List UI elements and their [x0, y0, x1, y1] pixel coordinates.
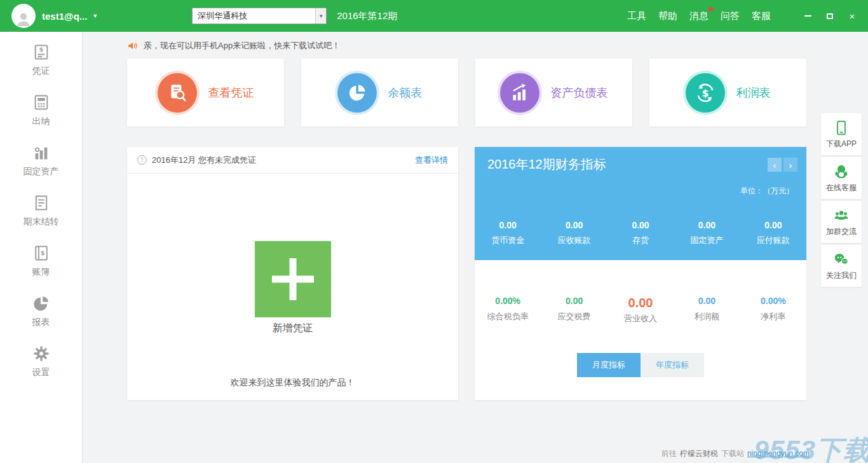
balance-table-card[interactable]: 余额表: [301, 59, 458, 127]
join-group-button[interactable]: 加群交流: [821, 201, 862, 243]
reports-icon: [32, 294, 50, 312]
view-vouchers-card[interactable]: 查看凭证: [127, 59, 284, 127]
view-vouchers-icon: [158, 73, 197, 113]
sidebar-item-reports[interactable]: 报表: [32, 294, 50, 328]
finance-panel-title: 2016年12期财务指标: [487, 156, 606, 173]
group-icon: [833, 207, 850, 224]
indicator-tabs: 月度指标 年度指标: [475, 353, 806, 377]
blue-stats-row: 0.00货币资金 0.00应收账款 0.00存货 0.00固定资产 0.00应付…: [475, 220, 806, 246]
menu-qa[interactable]: 问答: [721, 10, 740, 22]
period-end-icon: [32, 194, 50, 212]
ledger-icon: $: [32, 244, 50, 262]
stat-monetary-funds: 0.00货币资金: [475, 220, 541, 246]
view-details-link[interactable]: 查看详情: [415, 155, 448, 166]
side-tools: 下载APP 在线客服 加群交流 关注我们: [821, 113, 862, 289]
tab-annual-indicators[interactable]: 年度指标: [641, 353, 704, 377]
sidebar: $ 凭证 出纳 固定资产 期末结转 $ 账簿 报表: [0, 32, 83, 463]
avatar[interactable]: [11, 4, 36, 28]
svg-text:$: $: [41, 249, 44, 256]
maximize-button[interactable]: [823, 10, 837, 22]
footer-prefix: 前往: [661, 448, 677, 459]
svg-text:$: $: [702, 86, 709, 99]
sidebar-label: 设置: [32, 367, 50, 378]
stat-tax-burden-rate: 0.00%综合税负率: [475, 296, 541, 324]
prev-period-button[interactable]: ‹: [768, 158, 782, 172]
card-label: 余额表: [388, 85, 423, 100]
svg-text:$: $: [39, 46, 43, 53]
cashier-icon: [32, 93, 50, 111]
menu-messages-label: 消息: [689, 10, 709, 21]
account-name[interactable]: test1@q...: [42, 11, 87, 22]
card-label: 查看凭证: [208, 85, 254, 100]
panels-row: ! 2016年12月 您有未完成凭证 查看详情 新增凭证 欢迎来到这里体验我们的…: [127, 147, 806, 400]
phone-icon: [833, 120, 850, 136]
minimize-button[interactable]: [801, 10, 815, 22]
finance-panel-header: 2016年12期财务指标 ‹ › 单位：（万元） 0.00货币资金 0.00应收…: [475, 147, 806, 260]
voucher-panel-title: 2016年12月 您有未完成凭证: [152, 155, 256, 166]
footer-site-name: 柠檬云财税: [680, 448, 718, 459]
menu-messages[interactable]: 消息: [689, 10, 709, 22]
footer-link[interactable]: ningmengyun.com: [747, 449, 810, 458]
fixed-assets-icon: [32, 144, 50, 162]
menu-tools[interactable]: 工具: [627, 10, 646, 22]
stat-accounts-receivable: 0.00应收账款: [541, 220, 607, 246]
sidebar-item-fixed-assets[interactable]: 固定资产: [24, 144, 59, 177]
settings-gear-icon: [32, 345, 50, 363]
follow-us-button[interactable]: 关注我们: [821, 245, 862, 287]
company-select[interactable]: 深圳华通科技 ▾: [192, 8, 327, 24]
account-caret-icon[interactable]: ▼: [92, 13, 98, 19]
balance-sheet-icon: [500, 73, 539, 113]
card-label: 利润表: [736, 85, 771, 100]
sidebar-item-ledger[interactable]: $ 账簿: [32, 244, 50, 278]
app-promo-notice: 亲，现在可以用手机App来记账啦，快来下载试试吧！: [127, 40, 868, 52]
sidebar-item-period-end[interactable]: 期末结转: [24, 194, 59, 228]
stat-inventory: 0.00存货: [607, 220, 674, 246]
qq-penguin-icon: [833, 163, 850, 180]
quick-cards-row: 查看凭证 余额表 资产负债表 $: [127, 59, 806, 127]
tool-label: 下载APP: [826, 139, 857, 149]
menu-support[interactable]: 客服: [752, 10, 771, 22]
period-label: 2016年第12期: [337, 10, 397, 22]
topbar-menu: 工具 帮助 消息 问答 客服 ×: [627, 10, 859, 22]
minimize-icon: [804, 15, 811, 17]
main-content: 亲，现在可以用手机App来记账啦，快来下载试试吧！ 查看凭证 余额表: [83, 32, 868, 463]
sidebar-label: 出纳: [32, 116, 50, 127]
income-statement-icon: $: [686, 73, 725, 113]
window-controls: ×: [801, 10, 859, 22]
tool-label: 加群交流: [826, 226, 857, 237]
close-button[interactable]: ×: [845, 10, 859, 22]
sidebar-label: 期末结转: [24, 216, 59, 228]
user-icon: [14, 9, 33, 28]
sidebar-label: 账簿: [32, 266, 50, 278]
tab-monthly-indicators[interactable]: 月度指标: [577, 353, 641, 377]
select-caret-icon: ▾: [315, 8, 326, 24]
unit-label: 单位：（万元）: [740, 186, 794, 197]
app-window: test1@q... ▼ 深圳华通科技 ▾ 2016年第12期 工具 帮助 消息…: [0, 0, 868, 463]
income-statement-card[interactable]: $ 利润表: [649, 59, 806, 127]
maximize-icon: [827, 13, 833, 19]
period-nav: ‹ ›: [768, 158, 797, 172]
footer: 前往 柠檬云财税 下载站 ningmengyun.com: [661, 448, 810, 459]
balance-sheet-card[interactable]: 资产负债表: [475, 59, 632, 127]
voucher-panel-header: ! 2016年12月 您有未完成凭证 查看详情: [127, 147, 458, 174]
sidebar-item-settings[interactable]: 设置: [32, 345, 50, 378]
online-support-button[interactable]: 在线客服: [821, 157, 862, 199]
add-voucher-label: 新增凭证: [127, 322, 458, 335]
topbar: test1@q... ▼ 深圳华通科技 ▾ 2016年第12期 工具 帮助 消息…: [0, 0, 868, 32]
sidebar-label: 固定资产: [24, 166, 59, 177]
next-period-button[interactable]: ›: [783, 158, 797, 172]
card-label: 资产负债表: [551, 85, 608, 100]
speaker-icon: [127, 40, 139, 52]
welcome-text: 欢迎来到这里体验我们的产品！: [127, 377, 458, 389]
company-select-value: 深圳华通科技: [193, 8, 315, 24]
sidebar-label: 凭证: [32, 66, 50, 77]
stat-fixed-assets: 0.00固定资产: [674, 220, 740, 246]
balance-table-icon: [337, 73, 377, 113]
sidebar-item-voucher[interactable]: $ 凭证: [32, 43, 50, 77]
finance-panel: 2016年12期财务指标 ‹ › 单位：（万元） 0.00货币资金 0.00应收…: [475, 147, 806, 400]
add-voucher-button[interactable]: [255, 241, 331, 317]
info-icon: !: [137, 155, 147, 165]
download-app-button[interactable]: 下载APP: [821, 113, 862, 155]
sidebar-item-cashier[interactable]: 出纳: [32, 93, 50, 127]
menu-help[interactable]: 帮助: [658, 10, 677, 22]
